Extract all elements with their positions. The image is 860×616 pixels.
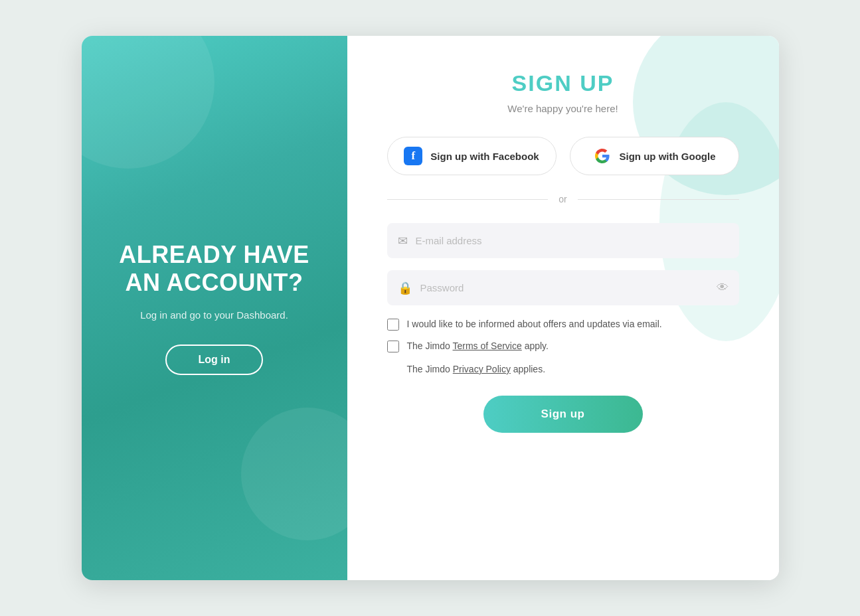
- login-prompt-text: Log in and go to your Dashboard.: [140, 309, 288, 321]
- privacy-prefix: The Jimdo: [407, 364, 453, 374]
- login-button[interactable]: Log in: [165, 345, 264, 375]
- email-icon: ✉: [398, 234, 408, 248]
- google-signup-button[interactable]: Sign up with Google: [570, 137, 739, 175]
- privacy-suffix: applies.: [511, 364, 545, 374]
- left-panel: ALREADY HAVE AN ACCOUNT? Log in and go t…: [82, 36, 347, 580]
- tos-label: The Jimdo Terms of Service apply.: [407, 339, 549, 353]
- email-field-group: ✉: [387, 223, 739, 258]
- google-button-label: Sign up with Google: [620, 151, 716, 162]
- or-divider: or: [387, 194, 739, 204]
- newsletter-label: I would like to be informed about offers…: [407, 317, 662, 331]
- tos-checkbox-row: The Jimdo Terms of Service apply.: [387, 339, 739, 353]
- right-panel: SIGN UP We're happy you're here! f Sign …: [347, 36, 779, 580]
- or-text: or: [559, 194, 566, 204]
- password-field-group: 🔒 👁: [387, 270, 739, 305]
- divider-line-left: [387, 199, 549, 200]
- password-input[interactable]: [420, 270, 709, 305]
- auth-card: ALREADY HAVE AN ACCOUNT? Log in and go t…: [82, 36, 779, 580]
- email-input-wrapper: ✉: [387, 223, 739, 258]
- social-buttons-group: f Sign up with Facebook Sign up with Goo…: [387, 137, 739, 175]
- signup-subtitle: We're happy you're here!: [507, 103, 618, 114]
- divider-line-right: [578, 199, 739, 200]
- tos-link[interactable]: Terms of Service: [453, 341, 522, 351]
- privacy-policy-link[interactable]: Privacy Policy: [453, 364, 511, 374]
- newsletter-checkbox[interactable]: [387, 319, 399, 331]
- signup-form-container: SIGN UP We're happy you're here! f Sign …: [387, 70, 739, 433]
- newsletter-checkbox-row: I would like to be informed about offers…: [387, 317, 739, 331]
- tos-suffix: apply.: [522, 341, 549, 351]
- lock-icon: 🔒: [398, 281, 412, 295]
- facebook-button-label: Sign up with Facebook: [430, 151, 539, 162]
- tos-checkbox[interactable]: [387, 341, 399, 352]
- facebook-signup-button[interactable]: f Sign up with Facebook: [387, 137, 557, 175]
- google-icon: [593, 147, 612, 165]
- facebook-icon: f: [404, 147, 422, 165]
- privacy-policy-text: The Jimdo Privacy Policy applies.: [387, 364, 739, 374]
- tos-prefix: The Jimdo: [407, 341, 453, 351]
- signup-submit-button[interactable]: Sign up: [483, 396, 643, 433]
- password-input-wrapper: 🔒 👁: [387, 270, 739, 305]
- eye-icon[interactable]: 👁: [717, 281, 729, 295]
- email-input[interactable]: [416, 223, 729, 258]
- signup-title: SIGN UP: [512, 70, 614, 96]
- already-account-heading: ALREADY HAVE AN ACCOUNT?: [108, 241, 321, 296]
